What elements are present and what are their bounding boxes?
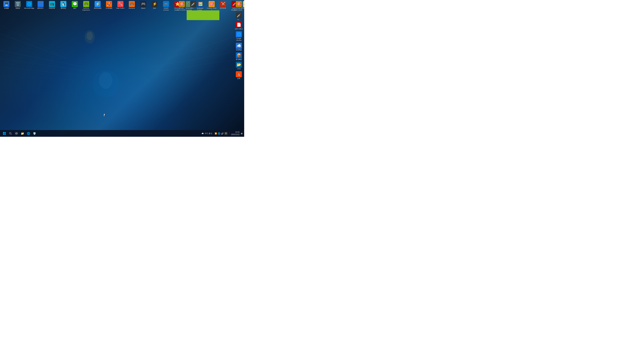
svg-rect-28: [15, 134, 16, 135]
svg-rect-22: [3, 134, 4, 135]
time-display: 12:15: [231, 131, 240, 133]
icon-img-watt: 🔧: [118, 1, 124, 7]
weather-widget[interactable]: ☁️ -5°C 多云: [202, 132, 212, 135]
icon-img-action: ⚔️: [220, 1, 226, 7]
icon-label-wechat: 微信: [73, 7, 76, 9]
search-button[interactable]: [8, 130, 14, 136]
right-icon-label-chrome: Google Chrome: [234, 38, 244, 41]
icon-label-wechat-pc: 哔哩哔哩: [49, 7, 55, 9]
desktop-icon-action[interactable]: ⚔️动作游戏: [217, 0, 229, 10]
icon-label-watt: Watt ToolKit: [116, 7, 124, 9]
start-button[interactable]: [1, 130, 8, 136]
volume-icon[interactable]: 🔊: [221, 132, 224, 135]
icon-label-xunlei: 迅雷加速器: [94, 7, 102, 9]
desktop-icon-wechat-pc[interactable]: 📺哔哩哔哩: [46, 0, 58, 10]
icon-img-edge: 🌐: [26, 1, 32, 7]
svg-rect-23: [4, 134, 6, 135]
extra-icon-label-assassin: Ac...: [192, 7, 195, 9]
green-notification-box: [187, 10, 219, 20]
right-icon-biyun[interactable]: ✂️必剪: [234, 70, 244, 80]
desktop-icon-edge[interactable]: 🌐Microsoft Edge: [24, 0, 35, 10]
right-icon-img-7fm: 📂: [236, 62, 242, 68]
desktop-icon-counter[interactable]: 🎯Counter-Strike 2: [206, 0, 217, 12]
icon-img-wegame: 🎮: [129, 1, 135, 7]
extra-icon-img-assassin: 🗡️: [190, 1, 196, 7]
extra-icon-assassin[interactable]: 🗡️Ac...: [188, 0, 199, 10]
taskbar-right-area: ☁️ -5°C 多云 🔼 🌐 🔊 中 12:15 2023/12/15 ▦: [202, 131, 243, 136]
top-right-extra-icons: 🎯PUBG BATTLEGR...🗡️Ac...: [176, 0, 199, 12]
right-icon-7fm[interactable]: 📂7zFM: [234, 61, 244, 70]
right-icon-label-zero: 零克网盘: [236, 59, 242, 60]
right-icon-zero[interactable]: 📦零克网盘: [234, 52, 244, 61]
weather-text: -5°C 多云: [204, 132, 212, 135]
right-icon-label-7fm: 7zFM: [237, 68, 241, 70]
icon-img-pc: 🖥️: [3, 1, 10, 7]
clock[interactable]: 12:15 2023/12/15: [231, 131, 240, 136]
shield-button[interactable]: 🛡️: [32, 130, 38, 136]
desktop-icon-pc[interactable]: 🖥️此电脑: [1, 0, 12, 10]
right-icon-img-chrome: 🌐: [236, 31, 242, 37]
svg-line-25: [11, 134, 12, 135]
desktop-icon-geforce[interactable]: 🎮GeForce Experience: [80, 0, 92, 12]
right-icon-label-biyun: 必剪: [237, 78, 240, 79]
icon-label-action: 动作游戏: [220, 7, 226, 9]
desktop-icon-uu[interactable]: 🚀UU加速器: [103, 0, 115, 10]
desktop-icon-ubisoft[interactable]: 🎮Ubisoft Connect: [160, 0, 172, 12]
right-icon-chrome[interactable]: 🌐Google Chrome: [234, 31, 244, 42]
icon-img-tencent-qq: 🐧: [60, 1, 66, 7]
right-icon-img-pubg: 🎯: [236, 1, 242, 7]
right-icon-img-wps: 📄: [236, 22, 242, 28]
background-overlay: [0, 0, 244, 137]
extra-icon-label-pubg: PUBG BATTLEGR...: [176, 7, 187, 11]
browser-button[interactable]: 🌐: [26, 130, 32, 136]
icon-label-music: 酷狗音乐: [38, 7, 44, 9]
icon-img-xunlei: ⚡: [94, 1, 100, 7]
show-desktop-button[interactable]: ▦: [240, 132, 243, 135]
task-view-button[interactable]: [14, 130, 20, 136]
right-icon-img-baidu: ☁️: [236, 43, 242, 49]
right-icon-label-baidu: 百度网盘: [236, 49, 242, 51]
file-explorer-button[interactable]: 📁: [20, 130, 26, 136]
desktop-icon-watt[interactable]: 🔧Watt ToolKit: [115, 0, 126, 10]
icon-img-uu: 🚀: [106, 1, 112, 7]
search-icon: [9, 132, 12, 135]
right-icon-img-assassin: 🗡️: [236, 12, 242, 18]
icon-label-recycle: 回收站: [16, 7, 20, 9]
desktop-icon-music[interactable]: 🎵酷狗音乐: [35, 0, 46, 10]
icon-label-edge: Microsoft Edge: [24, 7, 34, 9]
desktop-icon-xunlei[interactable]: ⚡迅雷加速器: [92, 0, 103, 10]
icon-label-tencent-qq: 腾讯QQ: [61, 7, 66, 9]
icon-img-ubisoft: 🎮: [163, 1, 169, 7]
network-icon[interactable]: 🌐: [218, 132, 220, 135]
right-icon-assassin[interactable]: 🗡️Ac...: [234, 12, 244, 21]
icon-img-epic: ⚡: [152, 1, 158, 7]
icon-label-geforce: GeForce Experience: [81, 7, 92, 11]
icon-img-steam: 🎮: [140, 1, 146, 7]
icon-img-music: 🎵: [38, 1, 44, 7]
extra-icon-pubg[interactable]: 🎯PUBG BATTLEGR...: [176, 0, 188, 12]
icon-img-geforce: 🎮: [83, 1, 89, 7]
right-icon-column: 🎯PUBG BATTLEGR...🗡️Ac...📄WPS Office🌐Goog…: [234, 0, 244, 80]
weather-icon: ☁️: [202, 132, 204, 135]
desktop-icon-recycle[interactable]: 🗑️回收站: [12, 0, 24, 10]
icon-label-pc: 此电脑: [4, 7, 9, 9]
icon-img-wechat-pc: 📺: [49, 1, 55, 7]
right-icon-wps[interactable]: 📄WPS Office: [234, 21, 244, 31]
svg-point-24: [10, 132, 11, 134]
desktop-icon-epic[interactable]: ⚡Epic: [149, 0, 160, 10]
desktop-icon-wegame[interactable]: 🎮WeGame: [126, 0, 138, 10]
desktop-icon-tencent-qq[interactable]: 🐧腾讯QQ: [58, 0, 69, 10]
icon-label-ubisoft: Ubisoft Connect: [161, 7, 172, 11]
desktop-icon-steam[interactable]: 🎮Steam: [138, 0, 149, 10]
extra-icon-img-pubg: 🎯: [179, 1, 185, 7]
tray-up-arrow[interactable]: 🔼: [215, 132, 217, 135]
task-view-icon: [15, 132, 18, 135]
right-icon-baidu[interactable]: ☁️百度网盘: [234, 42, 244, 52]
icon-img-recycle: 🗑️: [15, 1, 21, 7]
right-icon-pubg[interactable]: 🎯PUBG BATTLEGR...: [234, 0, 244, 12]
divider: [229, 132, 230, 135]
desktop-icon-wechat[interactable]: 💬微信: [69, 0, 80, 10]
system-tray: 🔼 🌐 🔊 中: [215, 132, 228, 135]
svg-rect-20: [3, 132, 4, 133]
input-method-icon[interactable]: 中: [224, 132, 228, 135]
